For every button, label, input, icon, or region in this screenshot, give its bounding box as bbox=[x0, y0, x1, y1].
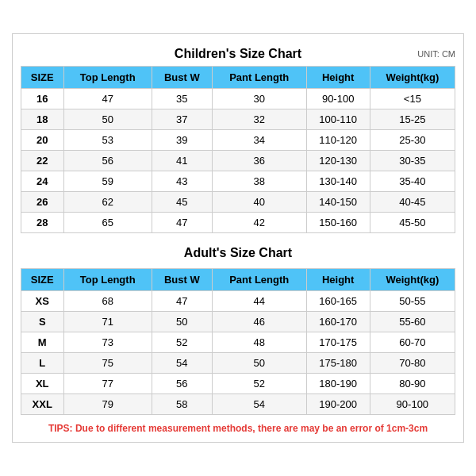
table-cell: S bbox=[21, 312, 64, 332]
table-cell: 65 bbox=[63, 213, 152, 233]
table-row: L755450175-18070-80 bbox=[21, 353, 455, 374]
children-col-weight: Weight(kg) bbox=[370, 67, 455, 89]
table-cell: 58 bbox=[152, 394, 212, 415]
tips-text: Due to different measurement methods, th… bbox=[75, 423, 428, 434]
table-cell: <15 bbox=[370, 89, 455, 109]
table-cell: 68 bbox=[63, 291, 152, 312]
table-cell: 40-45 bbox=[370, 192, 455, 213]
table-cell: 59 bbox=[63, 171, 152, 192]
children-title: Children's Size Chart bbox=[175, 47, 301, 61]
table-cell: 52 bbox=[212, 374, 306, 394]
table-cell: XXL bbox=[21, 394, 64, 415]
adults-col-size: SIZE bbox=[21, 269, 64, 291]
table-cell: 48 bbox=[212, 332, 306, 353]
table-row: 28654742150-16045-50 bbox=[21, 213, 455, 233]
children-table: SIZE Top Length Bust W Pant Length Heigh… bbox=[21, 66, 455, 233]
table-cell: 160-170 bbox=[306, 312, 370, 332]
table-cell: 34 bbox=[212, 130, 306, 151]
adults-header-row: SIZE Top Length Bust W Pant Length Heigh… bbox=[21, 269, 455, 291]
table-cell: 45 bbox=[152, 192, 212, 213]
table-cell: 47 bbox=[152, 213, 212, 233]
table-cell: 54 bbox=[212, 394, 306, 415]
table-cell: 150-160 bbox=[306, 213, 370, 233]
table-cell: 44 bbox=[212, 291, 306, 312]
table-cell: XS bbox=[21, 291, 64, 312]
children-title-row: Children's Size Chart UNIT: CM bbox=[21, 42, 455, 66]
table-cell: 140-150 bbox=[306, 192, 370, 213]
table-cell: 50-55 bbox=[370, 291, 455, 312]
table-row: 20533934110-12025-30 bbox=[21, 130, 455, 151]
adults-col-weight: Weight(kg) bbox=[370, 269, 455, 291]
table-cell: 50 bbox=[212, 353, 306, 374]
table-row: XL775652180-19080-90 bbox=[21, 374, 455, 394]
table-row: 1647353090-100<15 bbox=[21, 89, 455, 109]
table-cell: 90-100 bbox=[370, 394, 455, 415]
table-cell: 28 bbox=[21, 213, 64, 233]
table-cell: 37 bbox=[152, 109, 212, 130]
table-cell: 160-165 bbox=[306, 291, 370, 312]
table-cell: 15-25 bbox=[370, 109, 455, 130]
unit-label: UNIT: CM bbox=[417, 49, 455, 59]
table-cell: L bbox=[21, 353, 64, 374]
table-cell: 18 bbox=[21, 109, 64, 130]
size-chart-container: Children's Size Chart UNIT: CM SIZE Top … bbox=[12, 33, 464, 443]
table-cell: 38 bbox=[212, 171, 306, 192]
table-row: 24594338130-14035-40 bbox=[21, 171, 455, 192]
children-col-bust: Bust W bbox=[152, 67, 212, 89]
children-col-top: Top Length bbox=[63, 67, 152, 89]
table-cell: 60-70 bbox=[370, 332, 455, 353]
table-row: 18503732100-11015-25 bbox=[21, 109, 455, 130]
table-cell: 80-90 bbox=[370, 374, 455, 394]
table-cell: 35 bbox=[152, 89, 212, 109]
table-cell: 71 bbox=[63, 312, 152, 332]
tips-row: TIPS: Due to different measurement metho… bbox=[21, 423, 455, 434]
table-row: XS684744160-16550-55 bbox=[21, 291, 455, 312]
table-cell: 50 bbox=[152, 312, 212, 332]
table-cell: 54 bbox=[152, 353, 212, 374]
table-cell: 55-60 bbox=[370, 312, 455, 332]
table-cell: 175-180 bbox=[306, 353, 370, 374]
table-row: 22564136120-13030-35 bbox=[21, 151, 455, 171]
table-row: S715046160-17055-60 bbox=[21, 312, 455, 332]
table-cell: 45-50 bbox=[370, 213, 455, 233]
adults-table: SIZE Top Length Bust W Pant Length Heigh… bbox=[21, 268, 455, 415]
table-cell: 41 bbox=[152, 151, 212, 171]
children-col-size: SIZE bbox=[21, 67, 64, 89]
table-cell: 180-190 bbox=[306, 374, 370, 394]
table-cell: 22 bbox=[21, 151, 64, 171]
table-cell: 53 bbox=[63, 130, 152, 151]
table-cell: 47 bbox=[152, 291, 212, 312]
table-cell: XL bbox=[21, 374, 64, 394]
table-cell: 56 bbox=[152, 374, 212, 394]
table-cell: 90-100 bbox=[306, 89, 370, 109]
table-cell: 25-30 bbox=[370, 130, 455, 151]
table-cell: 190-200 bbox=[306, 394, 370, 415]
table-cell: 32 bbox=[212, 109, 306, 130]
table-row: XXL795854190-20090-100 bbox=[21, 394, 455, 415]
table-row: M735248170-17560-70 bbox=[21, 332, 455, 353]
table-row: 26624540140-15040-45 bbox=[21, 192, 455, 213]
table-cell: 46 bbox=[212, 312, 306, 332]
table-cell: 40 bbox=[212, 192, 306, 213]
table-cell: 24 bbox=[21, 171, 64, 192]
table-cell: 35-40 bbox=[370, 171, 455, 192]
table-cell: 30-35 bbox=[370, 151, 455, 171]
table-cell: 47 bbox=[63, 89, 152, 109]
table-cell: 77 bbox=[63, 374, 152, 394]
children-col-height: Height bbox=[306, 67, 370, 89]
adults-col-pant: Pant Length bbox=[212, 269, 306, 291]
table-cell: 36 bbox=[212, 151, 306, 171]
table-cell: 79 bbox=[63, 394, 152, 415]
table-cell: 130-140 bbox=[306, 171, 370, 192]
adults-col-bust: Bust W bbox=[152, 269, 212, 291]
table-cell: 70-80 bbox=[370, 353, 455, 374]
table-cell: 75 bbox=[63, 353, 152, 374]
adults-title-row: Adult's Size Chart bbox=[21, 241, 455, 265]
table-cell: 26 bbox=[21, 192, 64, 213]
adults-col-top: Top Length bbox=[63, 269, 152, 291]
table-cell: 100-110 bbox=[306, 109, 370, 130]
table-cell: 42 bbox=[212, 213, 306, 233]
table-cell: 50 bbox=[63, 109, 152, 130]
table-cell: M bbox=[21, 332, 64, 353]
table-cell: 52 bbox=[152, 332, 212, 353]
